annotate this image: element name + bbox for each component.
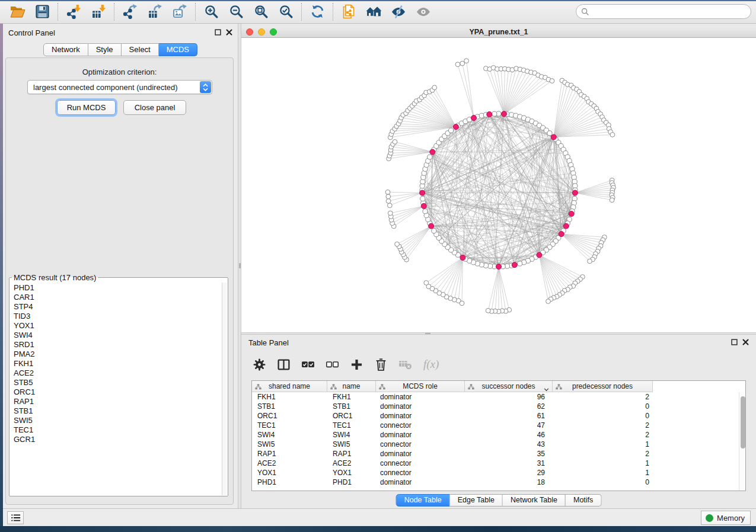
satellite-node[interactable] <box>550 79 554 84</box>
export-image-button[interactable] <box>167 2 192 22</box>
network-canvas[interactable] <box>241 38 756 332</box>
tab-mcds[interactable]: MCDS <box>159 43 197 56</box>
column-header-shared-name[interactable]: shared name <box>252 381 327 392</box>
satellite-node[interactable] <box>387 203 392 208</box>
satellite-node[interactable] <box>455 62 460 67</box>
column-header-MCDS-role[interactable]: MCDS role <box>376 381 465 392</box>
mcds-result-item[interactable]: ACE2 <box>14 368 222 378</box>
column-header-successor-nodes[interactable]: successor nodes <box>465 381 553 392</box>
mcds-list-scrollbar[interactable] <box>222 283 227 495</box>
mcds-result-item[interactable]: FKH1 <box>14 359 222 368</box>
mcds-result-list[interactable]: PHD1CAR1STP4TID3YOX1SWI4SRD1PMA2FKH1ACE2… <box>9 282 222 495</box>
export-network-button[interactable] <box>117 2 142 22</box>
table-scrollbar[interactable] <box>739 392 745 491</box>
mcds-hub-node[interactable] <box>537 252 542 258</box>
mcds-hub-node[interactable] <box>496 264 502 270</box>
scrollbar-thumb[interactable] <box>741 396 745 448</box>
mcds-result-item[interactable]: PMA2 <box>14 350 222 359</box>
network-node[interactable] <box>449 128 454 133</box>
close-panel-icon[interactable] <box>225 28 233 36</box>
table-row[interactable]: PHD1PHD1dominator180 <box>252 477 745 487</box>
close-panel-icon[interactable] <box>741 338 749 346</box>
mcds-result-item[interactable]: SRD1 <box>14 340 222 350</box>
open-file-button[interactable] <box>5 2 30 22</box>
satellite-node[interactable] <box>588 259 592 264</box>
mcds-result-item[interactable]: SWI5 <box>14 416 222 425</box>
table-row[interactable]: ORC1ORC1dominator610 <box>252 411 745 421</box>
mcds-hub-node[interactable] <box>572 190 578 196</box>
gear-button[interactable] <box>252 357 266 371</box>
mcds-hub-node[interactable] <box>563 223 569 229</box>
search-input[interactable] <box>589 5 751 18</box>
run-mcds-button[interactable]: Run MCDS <box>57 100 116 115</box>
table-row[interactable]: YOX1YOX1connector291 <box>252 468 745 477</box>
zoom-in-button[interactable] <box>199 2 224 22</box>
mcds-result-item[interactable]: STB1 <box>14 406 222 416</box>
add-column-button[interactable] <box>349 357 363 371</box>
satellite-node[interactable] <box>386 199 391 204</box>
mcds-hub-node[interactable] <box>429 223 434 229</box>
mcds-hub-node[interactable] <box>551 134 556 140</box>
satellite-node[interactable] <box>386 194 391 199</box>
satellite-node[interactable] <box>395 242 400 246</box>
refresh-layout-button[interactable] <box>305 2 330 22</box>
import-table-button[interactable] <box>86 2 111 22</box>
memory-button[interactable]: Memory <box>701 511 751 525</box>
network-node[interactable] <box>432 229 436 233</box>
network-node[interactable] <box>420 196 425 201</box>
satellite-node[interactable] <box>393 140 397 145</box>
mcds-hub-node[interactable] <box>460 255 465 260</box>
delete-column-button[interactable] <box>374 357 388 371</box>
tab-style[interactable]: Style <box>88 43 122 56</box>
mcds-result-item[interactable]: GCR1 <box>14 435 222 444</box>
satellite-node[interactable] <box>388 211 393 216</box>
satellite-node[interactable] <box>432 85 437 90</box>
satellite-node[interactable] <box>460 61 465 66</box>
network-node[interactable] <box>423 209 428 214</box>
table-row[interactable]: ACE2ACE2connector311 <box>252 459 745 468</box>
mcds-hub-node[interactable] <box>420 190 425 196</box>
mcds-result-item[interactable]: STB5 <box>14 378 222 387</box>
column-header-name[interactable]: name <box>327 381 376 392</box>
mcds-result-item[interactable]: ORC1 <box>14 387 222 397</box>
optimization-criterion-select[interactable]: largest connected component (undirected) <box>27 80 212 94</box>
table-row[interactable]: STB1STB1dominator620 <box>252 402 745 411</box>
zoom-out-button[interactable] <box>224 2 248 22</box>
mcds-hub-node[interactable] <box>421 203 426 209</box>
mcds-result-item[interactable]: PHD1 <box>14 283 222 293</box>
zoom-fit-button[interactable] <box>248 2 273 22</box>
mcds-hub-node[interactable] <box>430 149 435 155</box>
table-row[interactable]: FKH1FKH1dominator962 <box>252 392 745 402</box>
column-header-predecessor-nodes[interactable]: predecessor nodes <box>553 381 653 392</box>
network-node[interactable] <box>428 155 432 159</box>
tab-network[interactable]: Network <box>43 43 88 56</box>
split-columns-button[interactable] <box>276 357 291 371</box>
tab-select[interactable]: Select <box>122 43 159 56</box>
table-row[interactable]: SWI5SWI5connector431 <box>252 440 745 449</box>
network-node[interactable] <box>492 111 497 116</box>
save-session-button[interactable] <box>30 2 55 22</box>
select-all-checks-button[interactable] <box>301 357 315 371</box>
satellite-node[interactable] <box>486 308 490 313</box>
table-row[interactable]: SWI4SWI4dominator462 <box>252 430 745 440</box>
mcds-result-item[interactable]: SWI4 <box>14 331 222 340</box>
mcds-result-item[interactable]: YOX1 <box>14 321 222 331</box>
mcds-result-item[interactable]: RAP1 <box>14 397 222 406</box>
mcds-hub-node[interactable] <box>569 211 574 216</box>
table-row[interactable]: TEC1TEC1connector472 <box>252 421 745 430</box>
tab-node-table[interactable]: Node Table <box>396 494 450 507</box>
zoom-selected-button[interactable] <box>273 2 298 22</box>
mcds-hub-node[interactable] <box>471 116 477 121</box>
tab-motifs[interactable]: Motifs <box>566 494 601 507</box>
export-table-button[interactable] <box>142 2 167 22</box>
network-node[interactable] <box>518 261 522 266</box>
search-field[interactable] <box>576 4 751 19</box>
deselect-all-checks-button[interactable] <box>325 357 339 371</box>
satellite-node[interactable] <box>610 198 614 203</box>
tab-edge-table[interactable]: Edge Table <box>450 494 503 507</box>
table-row[interactable]: RAP1RAP1dominator352 <box>252 449 745 459</box>
float-panel-icon[interactable] <box>730 338 738 346</box>
import-network-button[interactable] <box>61 2 86 22</box>
mcds-result-item[interactable]: CAR1 <box>14 293 222 302</box>
mcds-result-item[interactable]: TID3 <box>14 312 222 321</box>
